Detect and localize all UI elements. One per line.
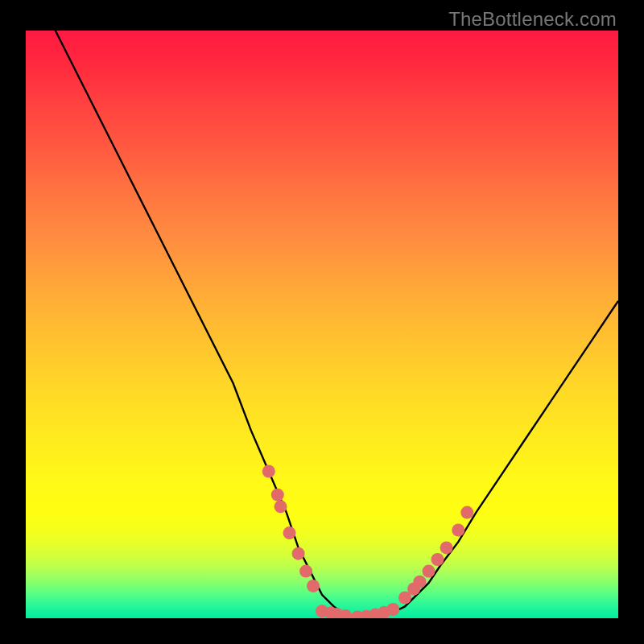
chart-frame: TheBottleneck.com [0, 0, 644, 644]
data-marker [299, 565, 312, 578]
data-marker [271, 489, 284, 502]
data-marker [283, 526, 296, 539]
data-marker [452, 524, 464, 537]
data-marker [386, 603, 399, 616]
data-marker [460, 506, 473, 519]
data-marker [275, 500, 287, 513]
watermark-text: TheBottleneck.com [448, 8, 617, 31]
data-marker [423, 565, 436, 578]
data-marker [307, 580, 320, 592]
data-marker [413, 576, 426, 588]
plot-area [26, 31, 618, 618]
data-marker [262, 465, 275, 478]
bottleneck-curve [56, 31, 618, 618]
markers-left [262, 465, 320, 592]
markers-right [398, 506, 473, 605]
data-marker [431, 553, 444, 566]
data-marker [440, 541, 453, 554]
data-marker [292, 547, 305, 560]
markers-bottom [316, 603, 399, 618]
chart-svg [26, 31, 618, 618]
